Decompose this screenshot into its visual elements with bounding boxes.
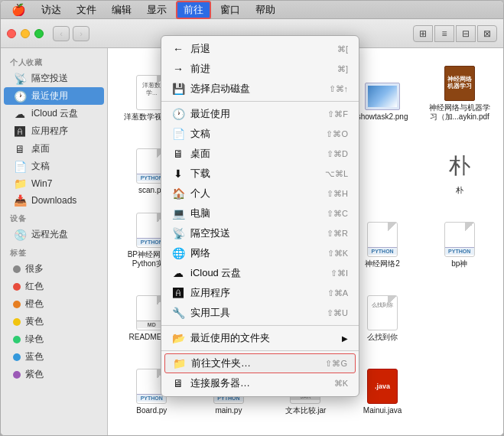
close-button[interactable] — [7, 29, 16, 38]
char-icon: 朴 — [444, 148, 475, 184]
sidebar-item-win7[interactable]: 📁 Win7 — [4, 175, 104, 192]
tag-label-green: 绿色 — [25, 333, 44, 346]
menu-file[interactable]: 文件 — [70, 2, 102, 18]
sidebar-item-tag-blue[interactable]: 蓝色 — [4, 348, 104, 366]
dd-shortcut-docs: ⇧⌘O — [326, 129, 348, 139]
view-column-btn[interactable]: ⊟ — [456, 25, 476, 42]
tag-label-many: 很多 — [25, 262, 44, 275]
dd-item-forward[interactable]: → 前进 ⌘] — [161, 59, 359, 79]
sidebar-item-recent[interactable]: 🕐 最近使用 — [4, 87, 104, 105]
tag-dot-yellow — [13, 318, 21, 326]
sidebar-item-icloud[interactable]: ☁ iCloud 云盘 — [4, 105, 104, 122]
dd-item-back[interactable]: ← 后退 ⌘[ — [161, 39, 359, 59]
sidebar: 个人收藏 📡 隔空投送 🕐 最近使用 ☁ iCloud 云盘 🅰 应用程序 🖥 … — [1, 48, 108, 435]
dd-label-icloud: iCloud 云盘 — [190, 266, 241, 280]
list-item[interactable]: 朴 朴 — [423, 129, 496, 198]
dd-item-icloud[interactable]: ☁ iCloud 云盘 ⇧⌘I — [161, 263, 359, 283]
dd-label-docs: 文稿 — [190, 127, 210, 141]
sidebar-section-tags: 标签 — [1, 243, 107, 260]
dd-item-recent[interactable]: 🕐 最近使用 ⇧⌘F — [161, 104, 359, 124]
file-label: 文本比较.jar — [285, 406, 327, 415]
tag-label-red: 红色 — [25, 280, 44, 293]
list-item[interactable] — [423, 276, 496, 345]
dd-label-home: 个人 — [190, 187, 210, 200]
remotedisk-icon: 💿 — [13, 229, 27, 241]
tag-dot-purple — [13, 371, 21, 379]
file-label: Board.py — [136, 406, 167, 415]
file-label: 么找到你 — [367, 333, 398, 342]
dd-item-recent-folder[interactable]: 📂 最近使用的文件夹 ▶ — [161, 328, 359, 348]
python-icon6: PYTHON — [444, 222, 475, 257]
sidebar-item-airdrop[interactable]: 📡 隔空投送 — [4, 70, 104, 87]
sidebar-item-remotedisk[interactable]: 💿 远程光盘 — [4, 226, 104, 243]
sidebar-item-tag-green[interactable]: 绿色 — [4, 330, 104, 348]
dd-label-recent-folder: 最近使用的文件夹 — [190, 331, 270, 345]
file-label: showtask2.png — [357, 112, 408, 122]
recent-menu-icon: 🕐 — [172, 108, 184, 120]
back-button[interactable]: ‹ — [53, 26, 70, 41]
view-gallery-btn[interactable]: ⊠ — [477, 25, 497, 42]
file-label: 朴 — [456, 186, 463, 195]
forward-button[interactable]: › — [73, 26, 89, 41]
sidebar-section-devices: 设备 — [1, 209, 107, 226]
sidebar-label-recent: 最近使用 — [31, 89, 68, 102]
view-icon-btn[interactable]: ⊞ — [413, 25, 433, 42]
apple-menu[interactable]: 🍎 — [5, 3, 32, 17]
sidebar-section-favorites: 个人收藏 — [1, 53, 107, 70]
dd-item-apps[interactable]: 🅰 应用程序 ⇧⌘A — [161, 283, 359, 303]
dd-item-airdrop[interactable]: 📡 隔空投送 ⇧⌘R — [161, 223, 359, 243]
menu-help[interactable]: 帮助 — [249, 2, 281, 18]
sidebar-item-tag-purple[interactable]: 紫色 — [4, 366, 104, 383]
dd-item-network[interactable]: 🌐 网络 ⇧⌘K — [161, 243, 359, 263]
menu-window[interactable]: 窗口 — [214, 2, 246, 18]
dd-item-computer[interactable]: 💻 电脑 ⇧⌘C — [161, 203, 359, 223]
sidebar-item-desktop[interactable]: 🖥 桌面 — [4, 140, 104, 158]
dd-shortcut-startup: ⇧⌘↑ — [329, 84, 349, 94]
sidebar-item-tag-red[interactable]: 红色 — [4, 278, 104, 295]
view-list-btn[interactable]: ≡ — [434, 25, 454, 42]
sidebar-item-tag-orange[interactable]: 橙色 — [4, 295, 104, 313]
airdrop-icon: 📡 — [13, 73, 27, 85]
dd-item-home[interactable]: 🏠 个人 ⇧⌘H — [161, 184, 359, 203]
dd-item-desktop[interactable]: 🖥 桌面 ⇧⌘D — [161, 144, 359, 164]
list-item[interactable]: 神经网络机器学习 神经网络与机器学习（加...aykin.pdf — [423, 56, 496, 125]
tag-label-yellow: 黄色 — [25, 315, 44, 328]
dd-label-goto-folder: 前往文件夹… — [191, 356, 251, 370]
list-item[interactable]: PYTHON bp神 — [423, 203, 496, 272]
sidebar-item-docs[interactable]: 📄 文稿 — [4, 158, 104, 175]
dd-shortcut-utilities: ⇧⌘U — [327, 308, 348, 318]
dd-item-connect-server[interactable]: 🖥 连接服务器… ⌘K — [161, 373, 359, 393]
icloud-menu-icon: ☁ — [172, 267, 184, 279]
dd-item-utilities[interactable]: 🔧 实用工具 ⇧⌘U — [161, 303, 359, 323]
menu-view[interactable]: 显示 — [141, 2, 173, 18]
home-menu-icon: 🏠 — [172, 187, 184, 200]
generic-icon: 么找到你 — [367, 295, 398, 330]
minimize-button[interactable] — [21, 29, 30, 38]
tag-label-blue: 蓝色 — [25, 350, 44, 363]
tag-dot-red — [13, 283, 21, 291]
dd-item-startup[interactable]: 💾 选择启动磁盘 ⇧⌘↑ — [161, 79, 359, 99]
dd-label-forward: 前进 — [190, 62, 210, 76]
sidebar-item-tag-many[interactable]: 很多 — [4, 260, 104, 278]
recent-icon: 🕐 — [13, 90, 27, 102]
dd-item-docs[interactable]: 📄 文稿 ⇧⌘O — [161, 124, 359, 144]
dd-item-goto-folder[interactable]: 📁 前往文件夹… ⇧⌘G — [164, 353, 356, 373]
dd-shortcut-computer: ⇧⌘C — [327, 209, 348, 219]
dd-shortcut-desktop: ⇧⌘D — [327, 149, 348, 159]
maximize-button[interactable] — [34, 29, 44, 38]
menu-edit[interactable]: 编辑 — [106, 2, 138, 18]
sidebar-item-apps[interactable]: 🅰 应用程序 — [4, 122, 104, 140]
sidebar-item-tag-yellow[interactable]: 黄色 — [4, 313, 104, 330]
menu-go[interactable]: 前往 — [176, 1, 211, 19]
docs-menu-icon: 📄 — [172, 128, 184, 140]
file-label: main.py — [215, 406, 242, 415]
dd-label-apps: 应用程序 — [190, 286, 230, 300]
dd-item-download[interactable]: ⬇ 下载 ⌥⌘L — [161, 164, 359, 184]
sidebar-item-downloads[interactable]: 📥 Downloads — [4, 192, 104, 209]
view-buttons: ⊞ ≡ ⊟ ⊠ — [413, 25, 497, 42]
startup-icon: 💾 — [172, 83, 184, 95]
menu-finder[interactable]: 访达 — [35, 2, 67, 18]
dd-label-network: 网络 — [190, 246, 210, 260]
connect-server-icon: 🖥 — [172, 377, 184, 389]
dd-label-download: 下载 — [190, 167, 210, 181]
